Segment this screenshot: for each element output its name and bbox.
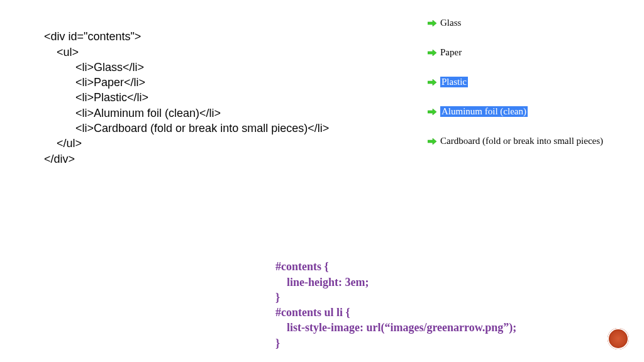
svg-marker-1 (428, 50, 436, 56)
css-code-block: #contents { line-height: 3em; } #content… (275, 244, 516, 351)
list-item: Cardboard (fold or break into small piec… (428, 136, 603, 146)
list-item: Aluminum foil (clean) (428, 106, 603, 117)
green-arrow-icon (428, 109, 436, 115)
code-line: <ul> (44, 46, 79, 58)
list-item-text: Cardboard (fold or break into small piec… (440, 136, 603, 146)
list-item-text: Paper (440, 47, 462, 58)
code-line: </ul> (44, 137, 82, 150)
list-item: Plastic (428, 77, 603, 87)
green-arrow-icon (428, 50, 436, 56)
list-item: Glass (428, 18, 603, 28)
code-line: } (275, 291, 280, 304)
code-line: <li>Plastic</li> (44, 91, 148, 104)
code-line: <li>Aluminum foil (clean)</li> (44, 107, 221, 119)
svg-marker-3 (428, 109, 436, 115)
svg-marker-4 (428, 138, 436, 145)
list-item-text-selected: Plastic (440, 77, 468, 87)
html-code-block: <div id="contents"> <ul> <li>Glass</li> … (44, 14, 329, 167)
list-item: Paper (428, 47, 603, 58)
corner-badge-icon (608, 328, 629, 349)
green-arrow-icon (428, 20, 436, 26)
code-line: <div id="contents"> (44, 30, 141, 43)
code-line: list-style-image: url(“images/greenarrow… (275, 321, 516, 334)
code-line: } (275, 337, 280, 349)
rendered-list: Glass Paper Plastic Aluminum foil (clean… (428, 18, 603, 146)
code-line: </div> (44, 153, 75, 165)
code-line: <li>Paper</li> (44, 76, 145, 89)
code-line: line-height: 3em; (275, 276, 369, 288)
code-line: #contents { (275, 260, 329, 273)
code-line: <li>Glass</li> (44, 61, 144, 74)
list-item-text-selected: Aluminum foil (clean) (440, 106, 528, 117)
svg-marker-0 (428, 20, 436, 26)
green-arrow-icon (428, 138, 436, 145)
code-line: <li>Cardboard (fold or break into small … (44, 122, 329, 134)
svg-marker-2 (428, 79, 436, 85)
code-line: #contents ul li { (275, 306, 350, 319)
list-item-text: Glass (440, 18, 461, 28)
green-arrow-icon (428, 79, 436, 85)
